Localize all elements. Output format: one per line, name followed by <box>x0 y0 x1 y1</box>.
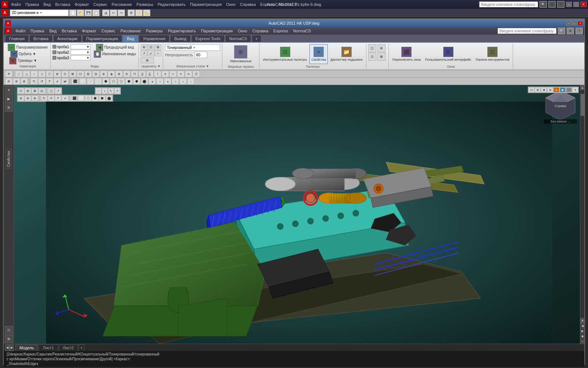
properties-btn[interactable]: ≡ Свойства <box>309 44 328 64</box>
ribbon-btn-panorama[interactable]: ↔ Панорамирование <box>7 44 49 50</box>
tb-r1-b17[interactable]: ⊒ <box>139 71 146 77</box>
visual-style-combo[interactable]: Тонированный с кромками ▼ <box>165 44 220 51</box>
ribbon-btn-prev-view[interactable]: ◀ Предыдущий вид <box>93 44 137 50</box>
tb-r2-b1[interactable]: ⊚ <box>5 78 12 85</box>
coord-btn-4[interactable]: ↗ <box>141 50 147 56</box>
view-proба3-checkbox[interactable] <box>53 56 56 60</box>
ur-btn3[interactable]: ⊠ <box>541 87 547 92</box>
inner-format-menu[interactable]: Формат <box>80 28 98 34</box>
ft1-b5[interactable]: ◫ <box>48 88 54 94</box>
sheets-manager-btn[interactable]: 📁 Диспетчер подшивок <box>329 44 364 64</box>
tab-parametrization[interactable]: Параметризация <box>82 35 122 42</box>
ur-btn7[interactable]: □ <box>566 87 572 92</box>
coord-btn-3[interactable]: ⊠ <box>155 44 161 50</box>
outer-workspace-combo[interactable]: 2D рисование и аннот... ▼ <box>10 10 69 16</box>
side-btn-4[interactable]: ◇ <box>580 339 584 344</box>
fr2-b7[interactable]: ↲ <box>62 95 68 101</box>
outer-info-btn[interactable]: ? <box>557 1 564 8</box>
tab-sheet2[interactable]: Лист2 <box>59 344 78 351</box>
tb-r1-b5[interactable]: ⬡ <box>46 71 53 77</box>
fr2-b8[interactable]: ⬛ <box>71 95 78 101</box>
sidebar-expand-btn[interactable]: ▶ <box>5 95 13 103</box>
inner-params-menu[interactable]: Параметризация <box>199 28 235 34</box>
tb-r1-b21[interactable]: ≈ <box>169 71 177 77</box>
view-proба3-combo[interactable]: ▼ <box>71 55 90 60</box>
tool-palettes-btn[interactable]: ⊡ Инструментальные палитры <box>261 44 309 64</box>
tb-r2-b8[interactable]: ⇄ <box>61 78 69 85</box>
fr2-b3[interactable]: ⊕ <box>32 95 38 101</box>
outer-view-menu[interactable]: Вид <box>42 2 52 7</box>
ur-btn2[interactable]: ⊞ <box>535 87 541 92</box>
tb-r2-b14[interactable]: ⬠ <box>110 78 117 85</box>
view-proба2-combo[interactable]: ▼ <box>71 50 90 55</box>
coord-btn-2[interactable]: ⊡ <box>148 44 154 50</box>
fr2-b4[interactable]: ↻ <box>41 95 47 101</box>
ft1-b2[interactable]: ⊞ <box>25 88 31 94</box>
ft1-b4[interactable]: ⊟ <box>39 88 45 94</box>
outer-tb-save[interactable]: 💾 <box>85 10 92 16</box>
ur-btn1[interactable]: ⊡ <box>528 87 534 92</box>
outer-max-btn[interactable]: □ <box>573 2 579 7</box>
outer-logo-btn[interactable]: A <box>1 10 8 16</box>
right-scrollbar[interactable]: ▲ ▼ ◀ ▶ ◆ ◇ <box>580 85 584 344</box>
tb-r1-b8[interactable]: ⊠ <box>69 71 76 77</box>
outer-tb-open[interactable]: 📂 <box>77 10 84 16</box>
inner-max-btn[interactable]: □ <box>572 21 577 25</box>
tb-r2-b3[interactable]: ⊕ <box>21 78 28 85</box>
ribbon-btn-orbit[interactable]: ⟳ Орбита ▼ <box>7 51 40 57</box>
tab-output[interactable]: Вывод <box>170 35 190 42</box>
tb-r2-b18[interactable]: ⬤ <box>141 78 148 85</box>
tb-r1-b18[interactable]: ⊑ <box>146 71 154 77</box>
tab-model[interactable]: Модель <box>15 344 38 351</box>
tb-r2-b9[interactable]: ⬛ <box>71 78 79 85</box>
ft2-b2[interactable]: ↕ <box>102 88 108 94</box>
inner-help-menu[interactable]: Справка <box>250 28 270 34</box>
fr2-b12[interactable]: ⬣ <box>99 95 105 101</box>
misc-btn-4[interactable]: ⊠ <box>377 53 386 61</box>
outer-search-input[interactable] <box>479 1 538 7</box>
outer-service-menu[interactable]: Сервис <box>92 2 109 7</box>
ur-btn8[interactable]: ✕ <box>572 87 578 92</box>
tb-r1-b6[interactable]: ⊕ <box>54 71 61 77</box>
tb-r2-b4[interactable]: ↻ <box>31 78 38 85</box>
tb-r2-b2[interactable]: ⊛ <box>13 78 20 85</box>
tb-r1-b19[interactable]: ⌇ <box>154 71 161 77</box>
inner-edit-menu[interactable]: Правка <box>28 28 46 34</box>
ft1-b6[interactable]: ↗ <box>55 88 61 94</box>
tb-r1-b16[interactable]: ⊓ <box>131 71 138 77</box>
outer-edit2-menu[interactable]: Редактировать <box>156 2 187 7</box>
tb-r1-b1[interactable]: □ <box>15 71 22 77</box>
tb-r2-b22[interactable]: ⬨ <box>172 78 179 85</box>
tb-r2-b24[interactable]: ⬪ <box>187 78 194 85</box>
fr2-b1[interactable]: ⊚ <box>18 95 24 101</box>
sidebar-close-btn[interactable]: ✕ <box>5 86 13 94</box>
properties-vertical[interactable]: Свойства <box>6 149 12 169</box>
outer-tb-redo[interactable]: ↪ <box>118 10 125 16</box>
coord-btn-1[interactable]: ⊕ <box>141 44 147 50</box>
misc-btn-1[interactable]: ◫ <box>368 44 376 52</box>
inner-min-btn[interactable]: ─ <box>566 21 571 25</box>
tb-r1-b13[interactable]: ◈ <box>108 71 115 77</box>
inner-draw-menu[interactable]: Рисование <box>118 28 143 34</box>
tb-r2-b15[interactable]: ⬡ <box>118 78 125 85</box>
tb-r2-b17[interactable]: ⬣ <box>133 78 140 85</box>
fr2-b6[interactable]: ↱ <box>55 95 61 101</box>
outer-format-menu[interactable]: Формат <box>73 2 90 7</box>
nav-cube[interactable]: Справа Без имени ... <box>544 89 577 122</box>
scroll-up-btn[interactable]: ▲ <box>580 85 584 90</box>
ur-btn4[interactable]: ⊟ <box>547 87 553 92</box>
outer-search-btn[interactable]: 🔍 <box>539 1 547 8</box>
sidebar-tool2[interactable]: ⊡ <box>5 326 13 334</box>
tab-home[interactable]: Главная <box>5 35 29 42</box>
outer-tb-misc1[interactable]: ⚙ <box>128 10 135 16</box>
ft1-b3[interactable]: ⊠ <box>32 88 38 94</box>
scroll-track-area[interactable] <box>580 90 584 318</box>
outer-tb-new[interactable]: 📄 <box>69 10 76 16</box>
outer-min-btn[interactable]: ─ <box>566 2 572 7</box>
tab-view[interactable]: Вид <box>123 35 138 42</box>
tb-r2-b10[interactable]: ⬜ <box>79 78 86 85</box>
fr2-b10[interactable]: ⬡ <box>85 95 92 101</box>
ur-btn6[interactable]: ■ <box>560 87 566 92</box>
outer-help-menu[interactable]: Справка <box>239 2 257 7</box>
tb-r1-b4[interactable]: ◇ <box>38 71 46 77</box>
